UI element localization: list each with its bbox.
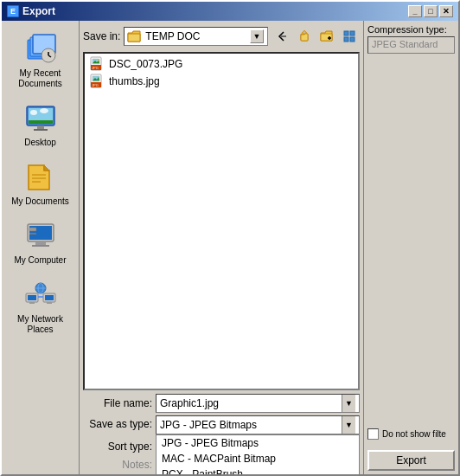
save-in-dropdown-arrow[interactable]: ▼ (250, 29, 264, 43)
notes-label: Notes: (83, 459, 152, 471)
svg-rect-24 (29, 233, 36, 235)
savetype-option-pcx[interactable]: PCX - PaintBrush (157, 466, 359, 474)
svg-marker-36 (128, 34, 140, 42)
sidebar-item-documents[interactable]: My Documents (6, 156, 75, 211)
sidebar-item-desktop[interactable]: Desktop (6, 97, 75, 152)
savetype-option-mac[interactable]: MAC - MACPaint Bitmap (157, 451, 359, 466)
desktop-icon (23, 101, 58, 136)
sidebar-item-network[interactable]: My Network Places (6, 273, 75, 339)
svg-point-10 (40, 108, 48, 113)
sidebar-item-desktop-label: Desktop (24, 138, 56, 148)
filename-dropdown-arrow[interactable]: ▼ (342, 395, 355, 412)
file-list[interactable]: JPG DSC_0073.JPG JPG (83, 52, 360, 390)
top-toolbar: Save in: TEMP DOC ▼ (83, 24, 360, 48)
sidebar: My Recent Documents (2, 21, 80, 474)
view-button[interactable] (339, 27, 360, 46)
filename-combo[interactable]: Graphic1.jpg ▼ (156, 394, 360, 413)
jpg-thumbs-icon: JPG (90, 74, 104, 88)
svg-rect-44 (344, 31, 348, 35)
up-folder-button[interactable] (294, 27, 315, 46)
title-bar: E Export _ □ ✕ (2, 2, 458, 21)
export-dialog: E Export _ □ ✕ (0, 0, 460, 476)
svg-rect-21 (35, 241, 46, 245)
jpg-file-icon: JPG (90, 57, 104, 71)
network-places-icon (23, 278, 58, 312)
right-panel: Compression type: JPEG Standard Do not s… (363, 21, 458, 474)
filename-row: File name: Graphic1.jpg ▼ (83, 394, 360, 413)
savetype-option-jpg[interactable]: JPG - JPEG Bitmaps (157, 435, 359, 451)
toolbar-navigation-buttons (272, 27, 360, 46)
do-not-show-row: Do not show filte (367, 428, 455, 440)
save-in-combo[interactable]: TEMP DOC ▼ (124, 27, 268, 46)
savetype-label: Save as type: (83, 415, 152, 430)
sidebar-item-computer[interactable]: My Computer (6, 215, 75, 270)
sidebar-item-recent[interactable]: My Recent Documents (6, 28, 75, 93)
svg-marker-37 (302, 30, 307, 33)
svg-marker-41 (321, 34, 332, 41)
folder-icon (128, 30, 142, 42)
savetype-dropdown-arrow[interactable]: ▼ (342, 416, 355, 434)
svg-text:JPG: JPG (92, 83, 99, 87)
do-not-show-checkbox[interactable] (367, 428, 379, 440)
close-button[interactable]: ✕ (439, 5, 453, 17)
svg-rect-29 (45, 295, 54, 300)
export-button[interactable]: Export (367, 450, 455, 471)
sidebar-item-computer-label: My Computer (14, 255, 66, 266)
maximize-button[interactable]: □ (424, 5, 438, 17)
do-not-show-label: Do not show filte (382, 429, 446, 440)
sidebar-item-documents-label: My Documents (11, 196, 69, 207)
center-right: Save in: TEMP DOC ▼ (80, 21, 458, 474)
dialog-body: My Recent Documents (2, 21, 458, 474)
svg-marker-39 (301, 34, 308, 41)
svg-text:JPG: JPG (92, 66, 99, 70)
center-area: Save in: TEMP DOC ▼ (80, 21, 363, 474)
savetype-dropdown-container: JPG - JPEG Bitmaps ▼ JPG - JPEG Bitmaps … (156, 415, 360, 434)
file-name-thumbs: thumbs.jpg (109, 75, 160, 87)
recent-documents-icon (23, 32, 58, 67)
svg-point-9 (30, 110, 37, 115)
svg-marker-15 (44, 165, 49, 170)
svg-rect-30 (47, 302, 52, 304)
svg-rect-13 (34, 129, 48, 131)
svg-rect-45 (350, 31, 355, 35)
file-name-dsc: DSC_0073.JPG (109, 58, 182, 70)
savetype-dropdown-list[interactable]: JPG - JPEG Bitmaps MAC - MACPaint Bitmap… (156, 434, 360, 474)
svg-rect-27 (29, 302, 35, 304)
svg-rect-11 (29, 120, 53, 124)
new-folder-button[interactable] (316, 27, 337, 46)
back-button[interactable] (272, 27, 292, 46)
compression-type-label: Compression type: (367, 24, 455, 35)
my-documents-icon (23, 160, 58, 195)
minimize-button[interactable]: _ (408, 5, 422, 17)
bottom-form: File name: Graphic1.jpg ▼ Save as type: … (83, 394, 360, 471)
svg-rect-47 (350, 37, 355, 42)
filename-label: File name: (83, 397, 152, 409)
file-item-dsc[interactable]: JPG DSC_0073.JPG (86, 55, 356, 73)
my-computer-icon (23, 219, 58, 254)
filename-value: Graphic1.jpg (160, 397, 342, 409)
svg-point-53 (97, 60, 99, 61)
sidebar-item-network-label: My Network Places (9, 314, 73, 335)
svg-rect-23 (29, 228, 36, 231)
svg-rect-12 (37, 125, 44, 129)
file-item-thumbs[interactable]: JPG thumbs.jpg (86, 73, 356, 90)
sidebar-item-recent-label: My Recent Documents (9, 68, 73, 89)
sorttype-label: Sort type: (83, 441, 152, 453)
save-in-label: Save in: (83, 30, 120, 42)
svg-rect-26 (28, 295, 36, 300)
save-in-value: TEMP DOC (145, 30, 246, 42)
title-icon: E (7, 5, 19, 17)
dialog-title: Export (22, 5, 55, 17)
title-buttons: _ □ ✕ (408, 5, 453, 17)
svg-rect-22 (32, 245, 49, 247)
savetype-combo[interactable]: JPG - JPEG Bitmaps ▼ (156, 415, 360, 434)
compression-type-value: JPEG Standard (367, 36, 455, 54)
savetype-value: JPG - JPEG Bitmaps (160, 419, 342, 431)
savetype-row: Save as type: JPG - JPEG Bitmaps ▼ JPG -… (83, 415, 360, 434)
compression-section: Compression type: JPEG Standard (367, 24, 455, 423)
svg-rect-46 (344, 37, 348, 42)
